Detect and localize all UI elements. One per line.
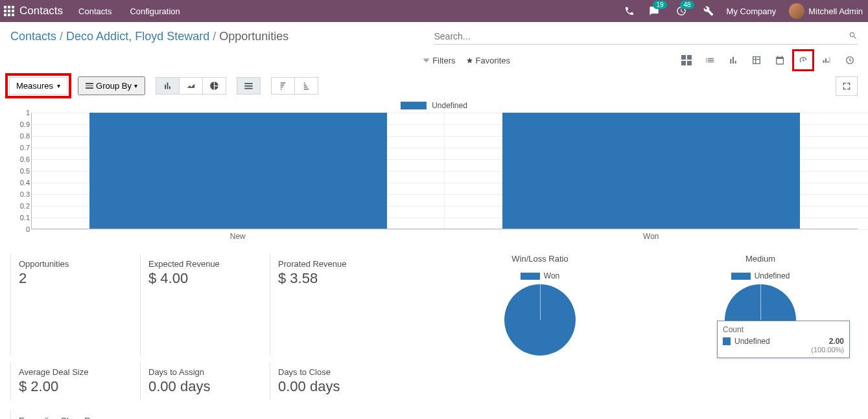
line-chart-icon[interactable] [180, 78, 203, 94]
activities-icon[interactable]: 48 [676, 6, 686, 16]
pivot-view-icon[interactable] [749, 52, 764, 68]
kpi-days-close[interactable]: Days to Close 0.00 days [270, 362, 399, 400]
svg-rect-12 [687, 61, 692, 65]
medium-chart: Medium Undefined Count Undefined 2.00 (1… [663, 254, 858, 356]
svg-rect-9 [681, 55, 686, 60]
filters-button[interactable]: Filters [423, 56, 455, 65]
nav-contacts[interactable]: Contacts [78, 6, 111, 16]
svg-rect-8 [12, 14, 14, 16]
sort-desc-icon[interactable] [272, 78, 295, 94]
measures-button[interactable]: Measures ▾ [9, 77, 67, 95]
svg-rect-1 [8, 6, 10, 8]
search-icon[interactable] [849, 31, 858, 42]
user-menu[interactable]: Mitchell Admin [789, 3, 863, 19]
svg-rect-2 [12, 6, 14, 8]
tools-icon[interactable] [703, 6, 714, 16]
main-bar-chart: Undefined 00.10.20.30.40.50.60.70.80.91 … [0, 101, 868, 247]
bar-won[interactable] [445, 113, 858, 229]
svg-rect-4 [8, 10, 10, 12]
svg-rect-5 [12, 10, 14, 12]
pie-chart-icon[interactable] [203, 78, 226, 94]
svg-rect-11 [681, 61, 686, 65]
breadcrumb: Contacts / Deco Addict, Floyd Steward / … [10, 30, 434, 43]
svg-rect-0 [4, 6, 6, 8]
stack-group [237, 77, 261, 95]
dashboard-view-icon[interactable] [795, 52, 811, 68]
control-panel: Contacts / Deco Addict, Floyd Steward / … [0, 22, 868, 68]
sort-group [271, 77, 318, 95]
calendar-view-icon[interactable] [772, 52, 788, 68]
legend-label: Undefined [432, 101, 467, 110]
svg-rect-10 [687, 55, 692, 60]
kpi-days-assign[interactable]: Days to Assign 0.00 days [140, 362, 270, 400]
kanban-view-icon[interactable] [679, 52, 694, 68]
stacked-icon[interactable] [237, 78, 260, 94]
kpi-prorated-revenue[interactable]: Prorated Revenue $ 3.58 [270, 254, 399, 356]
kpi-row-2: Average Deal Size $ 2.00 Days to Assign … [0, 362, 868, 407]
legend-swatch [401, 102, 427, 109]
caret-down-icon: ▾ [134, 82, 137, 89]
nav-configuration[interactable]: Configuration [130, 6, 180, 16]
phone-icon[interactable] [624, 6, 635, 16]
kpi-expected-revenue[interactable]: Expected Revenue $ 4.00 [140, 254, 270, 356]
activities-badge: 48 [680, 1, 694, 9]
cohort-view-icon[interactable] [819, 52, 834, 68]
svg-rect-3 [4, 10, 6, 12]
chart-type-group [156, 77, 226, 95]
hamburger-icon [86, 82, 93, 90]
kpi-row-3: Exceeding Close Days [0, 407, 868, 419]
svg-rect-7 [8, 14, 10, 16]
winloss-pie[interactable] [504, 284, 576, 356]
dashboard-toolbar: Measures ▾ Group By ▾ [0, 68, 868, 101]
apps-icon[interactable] [0, 6, 18, 16]
company-name[interactable]: My Company [727, 6, 777, 16]
kpi-exceeding[interactable]: Exceeding Close Days [10, 411, 140, 419]
svg-rect-6 [4, 14, 6, 16]
search-input[interactable] [434, 28, 858, 44]
favorites-button[interactable]: Favorites [466, 56, 510, 65]
breadcrumb-contacts[interactable]: Contacts [10, 30, 56, 43]
breadcrumb-current: Opportunities [219, 30, 288, 43]
app-brand[interactable]: Contacts [19, 5, 63, 17]
expand-icon[interactable] [836, 76, 858, 96]
caret-down-icon: ▾ [57, 82, 60, 89]
bar-new[interactable] [32, 113, 445, 229]
kpi-row-1: Opportunities 2 Expected Revenue $ 4.00 … [0, 247, 868, 362]
view-switcher [679, 52, 858, 68]
list-view-icon[interactable] [702, 52, 718, 68]
kpi-opportunities[interactable]: Opportunities 2 [10, 254, 140, 356]
sort-asc-icon[interactable] [295, 78, 318, 94]
user-name: Mitchell Admin [808, 6, 863, 16]
messages-badge: 19 [653, 1, 666, 9]
breadcrumb-partner[interactable]: Deco Addict, Floyd Steward [66, 30, 209, 43]
bar-chart-icon[interactable] [156, 78, 180, 94]
avatar [789, 3, 804, 19]
activity-view-icon[interactable] [842, 52, 858, 68]
graph-view-icon[interactable] [725, 52, 741, 68]
kpi-avg-deal[interactable]: Average Deal Size $ 2.00 [10, 362, 140, 400]
groupby-button[interactable]: Group By ▾ [78, 76, 145, 95]
chart-tooltip: Count Undefined 2.00 (100.00%) [717, 321, 850, 358]
winloss-chart: Win/Loss Ratio Won [443, 254, 637, 356]
messages-icon[interactable]: 19 [649, 6, 659, 16]
navbar: Contacts Contacts Configuration 19 48 My… [0, 0, 868, 22]
